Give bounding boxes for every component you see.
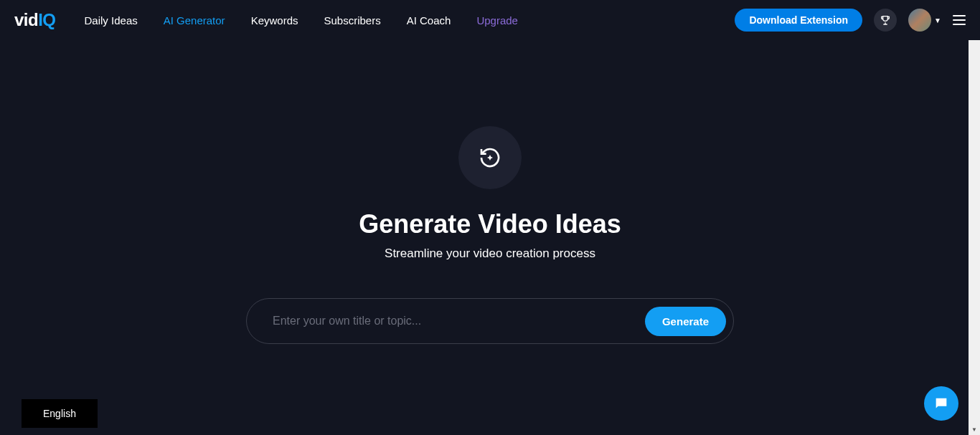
chevron-down-icon: ▼ bbox=[934, 16, 941, 24]
scrollbar-down-arrow[interactable]: ▼ bbox=[969, 424, 980, 435]
chat-icon bbox=[933, 396, 949, 411]
avatar bbox=[908, 9, 931, 32]
chat-support-button[interactable] bbox=[924, 386, 958, 421]
hamburger-menu[interactable] bbox=[953, 15, 966, 25]
history-sparkle-icon bbox=[479, 146, 501, 169]
language-selector[interactable]: English bbox=[22, 399, 98, 428]
nav-ai-generator[interactable]: AI Generator bbox=[164, 14, 225, 27]
idea-input[interactable] bbox=[273, 315, 645, 328]
page-subheading: Streamline your video creation process bbox=[385, 247, 595, 261]
header: vidIQ Daily Ideas AI Generator Keywords … bbox=[0, 0, 980, 40]
user-menu[interactable]: ▼ bbox=[908, 9, 941, 32]
nav-keywords[interactable]: Keywords bbox=[251, 14, 298, 27]
feature-icon-circle bbox=[458, 126, 522, 189]
logo-text-vid: vid bbox=[14, 10, 38, 30]
nav-ai-coach[interactable]: AI Coach bbox=[407, 14, 451, 27]
logo-text-iq: IQ bbox=[38, 10, 55, 30]
main-nav: Daily Ideas AI Generator Keywords Subscr… bbox=[85, 14, 735, 27]
scrollbar[interactable]: ▼ bbox=[969, 40, 980, 435]
nav-subscribers[interactable]: Subscribers bbox=[324, 14, 380, 27]
trophy-button[interactable] bbox=[874, 9, 897, 32]
main-content: Generate Video Ideas Streamline your vid… bbox=[0, 40, 980, 344]
header-right: Download Extension ▼ bbox=[735, 9, 966, 32]
nav-daily-ideas[interactable]: Daily Ideas bbox=[85, 14, 138, 27]
logo[interactable]: vidIQ bbox=[14, 10, 56, 30]
idea-input-container: Generate bbox=[246, 298, 734, 344]
nav-upgrade[interactable]: Upgrade bbox=[476, 14, 518, 27]
generate-button[interactable]: Generate bbox=[645, 307, 726, 336]
download-extension-button[interactable]: Download Extension bbox=[735, 9, 862, 32]
page-heading: Generate Video Ideas bbox=[359, 209, 621, 239]
trophy-icon bbox=[880, 14, 891, 26]
